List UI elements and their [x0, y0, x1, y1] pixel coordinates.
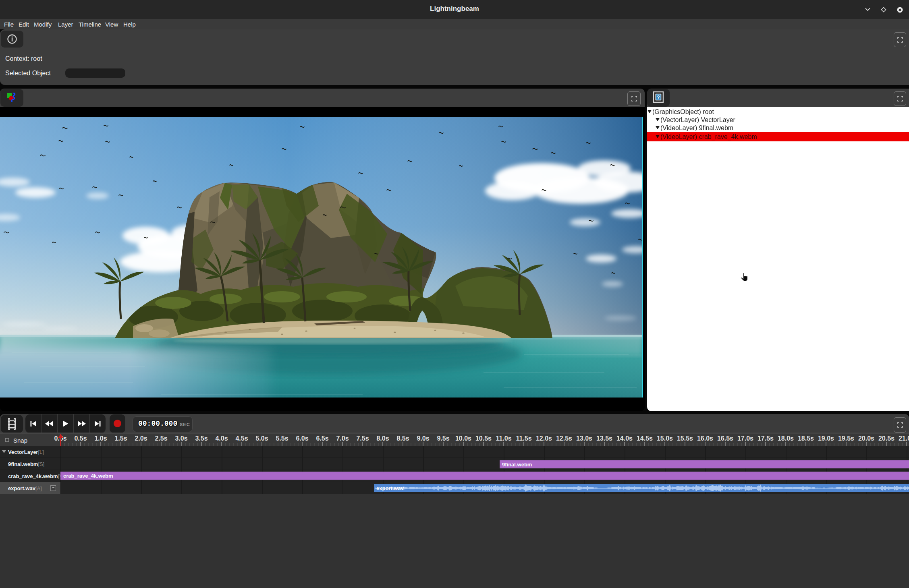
- svg-text:?: ?: [657, 95, 660, 100]
